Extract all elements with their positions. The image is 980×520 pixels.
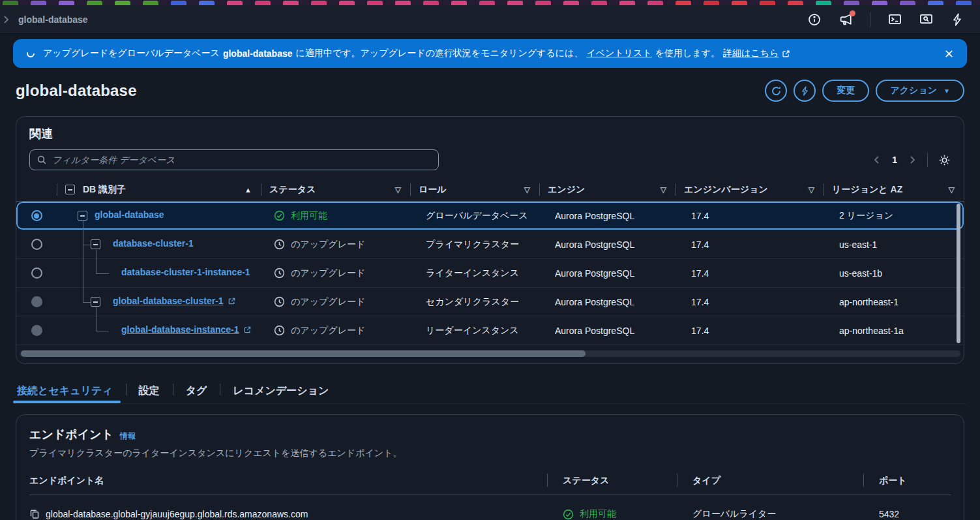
browser-tab[interactable] [339,1,355,5]
browser-tab[interactable] [367,1,383,5]
column-header-status[interactable]: ステータス ▽ [261,178,410,201]
quick-actions-button[interactable] [794,80,816,102]
browser-tab[interactable] [647,1,663,5]
copy-icon[interactable] [29,509,40,519]
region-az-cell: ap-northeast-1a [824,326,964,336]
breadcrumb-item[interactable]: global-database [18,14,88,25]
table-row[interactable]: global-database-cluster-1のアップグレードセカンダリクラ… [16,288,964,316]
sort-icon[interactable]: ▽ [661,185,666,194]
browser-tab[interactable] [87,1,102,5]
browser-tab[interactable] [311,1,327,5]
column-header-engine[interactable]: エンジン ▽ [539,178,676,201]
browser-tab[interactable] [563,1,579,5]
collapse-all-icon[interactable] [65,185,75,194]
table-row[interactable]: global-database-instance-1のアップグレードリーダーイン… [16,316,964,345]
browser-tab[interactable] [3,1,18,5]
horizontal-scrollbar-thumb[interactable] [21,350,586,357]
browser-tab[interactable] [255,1,271,5]
current-page-number[interactable]: 1 [892,155,897,165]
browser-tab[interactable] [535,1,551,5]
browser-tab[interactable] [732,1,747,5]
cloudshell-icon[interactable] [887,12,902,27]
column-header-db-identifier[interactable]: DB 識別子 ▲ [57,178,261,201]
bolt-icon[interactable] [950,12,964,27]
browser-tab[interactable] [619,1,635,5]
db-identifier-link[interactable]: global-database-cluster-1 [113,296,236,306]
next-page-icon[interactable] [908,155,917,164]
sort-icon[interactable]: ▽ [524,185,530,194]
browser-tab[interactable] [676,1,691,5]
info-link[interactable]: 情報 [120,431,136,442]
filter-input[interactable] [52,155,432,165]
browser-tab[interactable] [844,1,859,5]
table-settings-gear-icon[interactable] [938,154,951,166]
browser-tab[interactable] [760,1,775,5]
db-identifier-link[interactable]: database-cluster-1 [113,238,194,249]
column-header-engine-version[interactable]: エンジンバージョン ▽ [676,178,824,201]
status-pending-clock-icon [274,268,285,279]
browser-tab[interactable] [143,1,158,5]
modify-button[interactable]: 変更 [822,80,869,102]
column-header-region-az[interactable]: リージョンと AZ ▽ [824,178,964,201]
vertical-scrollbar[interactable] [957,204,960,343]
browser-tab[interactable] [199,1,215,5]
region-az-cell: 2 リージョン [824,210,964,222]
column-header-role[interactable]: ロール ▽ [410,178,539,201]
sort-ascending-icon[interactable]: ▲ [245,186,252,194]
event-list-link[interactable]: イベントリスト [586,48,651,59]
browser-tab[interactable] [507,1,523,5]
previous-page-icon[interactable] [872,155,882,164]
megaphone-notifications-icon[interactable] [839,12,853,27]
browser-tab[interactable] [816,1,831,5]
related-resources-panel: 関連 1 [16,116,964,364]
browser-tab[interactable] [479,1,495,5]
topbar-divider [870,12,870,27]
db-identifier-link[interactable]: database-cluster-1-instance-1 [121,267,250,277]
table-row[interactable]: database-cluster-1-instance-1のアップグレードライタ… [16,259,964,288]
learn-more-link[interactable]: 詳細はこちら [723,48,790,59]
browser-tab[interactable] [451,1,467,5]
tree-collapse-toggle-icon[interactable] [91,297,100,307]
sort-icon[interactable]: ▽ [395,185,401,194]
tree-collapse-toggle-icon[interactable] [78,211,87,221]
browser-tab[interactable] [900,1,915,5]
sort-icon[interactable]: ▽ [949,185,955,194]
endpoint-status: 利用可能 [580,508,616,520]
row-radio-button[interactable] [31,210,42,221]
browser-tab[interactable] [704,1,719,5]
browser-tab[interactable] [928,1,943,5]
tab-recommendations[interactable]: レコメンデーション [220,378,342,403]
browser-tab[interactable] [171,1,186,5]
engine-version-cell: 17.4 [676,239,824,250]
refresh-button[interactable] [765,80,787,102]
tree-collapse-toggle-icon[interactable] [91,239,100,249]
actions-dropdown-button[interactable]: アクション ▼ [876,80,964,102]
sort-icon[interactable]: ▽ [809,185,814,194]
tab-connectivity-security[interactable]: 接続とセキュリティ [13,378,126,403]
row-radio-button[interactable] [31,268,42,279]
close-icon[interactable] [944,49,954,59]
browser-tab[interactable] [115,1,130,5]
tab-configuration[interactable]: 設定 [126,378,173,403]
browser-tab[interactable] [956,1,972,5]
browser-tab[interactable] [591,1,607,5]
row-radio-button[interactable] [31,239,42,250]
tab-tags[interactable]: タグ [173,378,220,403]
browser-tab[interactable] [59,1,74,5]
table-row[interactable]: database-cluster-1のアップグレードプライマリクラスターAuro… [16,230,964,259]
browser-tab[interactable] [423,1,439,5]
browser-tab[interactable] [395,1,411,5]
status-pending-clock-icon [274,325,285,336]
info-icon[interactable] [807,12,822,27]
browser-tab[interactable] [283,1,299,5]
device-tools-icon[interactable] [919,12,933,27]
browser-tab[interactable] [31,1,46,5]
tree-connector-line [83,245,91,245]
db-identifier-link[interactable]: global-database-instance-1 [121,324,252,335]
browser-tab[interactable] [227,1,243,5]
detail-tabs: 接続とセキュリティ設定タグレコメンデーション [13,378,967,404]
browser-tab[interactable] [788,1,803,5]
browser-tab[interactable] [872,1,887,5]
db-identifier-link[interactable]: global-database [95,209,164,220]
table-row[interactable]: global-database利用可能グローバルデータベースAurora Pos… [16,202,964,230]
